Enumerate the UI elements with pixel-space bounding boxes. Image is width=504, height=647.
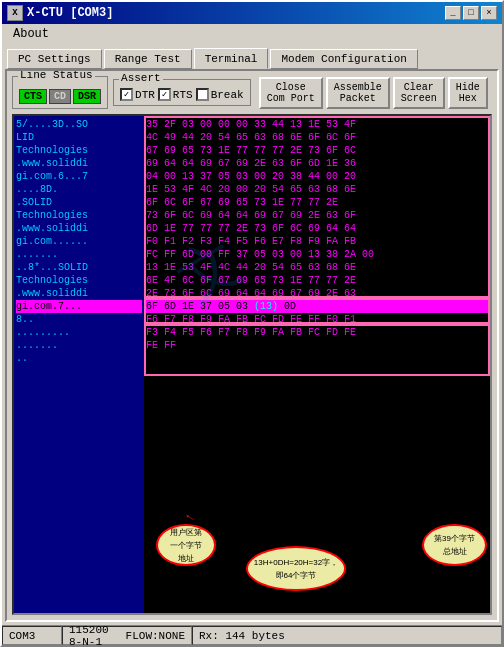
main-panel: Line Status CTS CD DSR Assert ✓ DTR ✓ xyxy=(5,69,499,622)
maximize-button[interactable]: □ xyxy=(463,6,479,20)
hex-line: 04 00 13 37 05 03 00 20 38 44 00 20 xyxy=(146,170,488,183)
ascii-line: ......... xyxy=(16,326,142,339)
break-checkbox-item: Break xyxy=(196,88,244,101)
app-icon: X xyxy=(7,5,23,21)
ascii-line: 5/....3D..SO xyxy=(16,118,142,131)
tab-terminal[interactable]: Terminal xyxy=(194,48,269,69)
clear-screen-button[interactable]: ClearScreen xyxy=(393,77,445,109)
rts-checkbox-item: ✓ RTS xyxy=(158,88,193,101)
tabs-container: PC Settings Range Test Terminal Modem Co… xyxy=(2,44,502,69)
ascii-line: ....... xyxy=(16,248,142,261)
bubble-3: 第39个字节总地址 xyxy=(422,524,487,566)
dtr-checkbox-item: ✓ DTR xyxy=(120,88,155,101)
ascii-line: Technologies xyxy=(16,144,142,157)
ascii-line: LID xyxy=(16,131,142,144)
rts-label: RTS xyxy=(173,89,193,101)
ascii-line: .. xyxy=(16,352,142,365)
ascii-panel: 5/....3D..SO LID Technologies .www.solid… xyxy=(14,116,144,613)
bubble-1: 用户区第一个字节地址 xyxy=(156,524,216,566)
ascii-line: Technologies xyxy=(16,209,142,222)
hex-line: 6F 6C 6F 67 69 65 73 1E 77 77 2E xyxy=(146,196,488,209)
ascii-line-highlight: gi.com.7... xyxy=(16,300,142,313)
hex-line: F0 F1 F2 F3 F4 F5 F6 E7 F8 F9 FA FB xyxy=(146,235,488,248)
ascii-line: Technologies xyxy=(16,274,142,287)
hex-line: 2E 73 6F 6C 69 64 64 69 67 69 2E 63 xyxy=(146,287,488,300)
hex-line: 67 69 65 73 1E 77 77 77 2E 73 6F 6C xyxy=(146,144,488,157)
hex-line: 1E 53 4F 4C 20 00 20 54 65 63 68 6E xyxy=(146,183,488,196)
hex-line: F6 F7 F8 F9 FA FB FC FD FE FF F0 F1 xyxy=(146,313,488,326)
ascii-line: ....8D. xyxy=(16,183,142,196)
ascii-line: ..8*...SOLID xyxy=(16,261,142,274)
close-button[interactable]: × xyxy=(481,6,497,20)
ascii-line: gi.com.6...7 xyxy=(16,170,142,183)
break-checkbox[interactable] xyxy=(196,88,209,101)
ascii-line: gi.com...... xyxy=(16,235,142,248)
hex-line: 69 64 64 69 67 69 2E 63 6F 6D 1E 36 xyxy=(146,157,488,170)
window-title: X-CTU [COM3] xyxy=(27,6,113,20)
hex-line: 6D 1E 77 77 77 2E 73 6F 6C 69 64 64 xyxy=(146,222,488,235)
arrow-1: ↑ xyxy=(182,511,197,525)
hex-line: FE FF xyxy=(146,339,488,352)
hex-line: F3 F4 F5 F6 F7 F8 F9 FA FB FC FD FE xyxy=(146,326,488,339)
hex-line: FC FF 6D 00 FF 37 05 03 00 13 38 2A 00 xyxy=(146,248,488,261)
ascii-line: .www.soliddi xyxy=(16,222,142,235)
rts-checkbox[interactable]: ✓ xyxy=(158,88,171,101)
dtr-label: DTR xyxy=(135,89,155,101)
close-com-button[interactable]: CloseCom Port xyxy=(259,77,323,109)
hex-line-highlight: 6F 6D 1E 37 05 03 (13) 0D xyxy=(146,300,488,313)
hex-line: 4C 49 44 20 54 65 63 68 6E 6F 6C 6F xyxy=(146,131,488,144)
action-buttons: CloseCom Port AssemblePacket ClearScreen… xyxy=(259,77,488,109)
line-status-group: Line Status CTS CD DSR xyxy=(12,76,108,109)
controls-row: Line Status CTS CD DSR Assert ✓ DTR ✓ xyxy=(12,76,492,109)
hex-line: 6E 4F 6C 6F 67 69 65 73 1E 77 77 2E xyxy=(146,274,488,287)
status-bar: COM3 115200 8-N-1 FLOW:NONE Rx: 144 byte… xyxy=(2,625,502,645)
bubble-2: 13H+0DH=20H=32字，即64个字节 xyxy=(246,546,346,591)
hex-line: 13 1E 53 4F 4C 44 20 54 65 63 68 6E xyxy=(146,261,488,274)
break-label: Break xyxy=(211,89,244,101)
tab-pc-settings[interactable]: PC Settings xyxy=(7,49,102,69)
ascii-line: .www.soliddi xyxy=(16,157,142,170)
assemble-packet-button[interactable]: AssemblePacket xyxy=(326,77,390,109)
status-baud: 115200 8-N-1 FLOW:NONE xyxy=(62,626,192,645)
assert-label: Assert xyxy=(119,72,163,84)
line-status-label: Line Status xyxy=(18,69,95,81)
hide-hex-button[interactable]: HideHex xyxy=(448,77,488,109)
cts-led: CTS xyxy=(19,89,47,104)
about-menu[interactable]: About xyxy=(7,26,55,42)
assert-group: Assert ✓ DTR ✓ RTS Break xyxy=(113,79,251,106)
main-window: X X-CTU [COM3] _ □ × About PC Settings R… xyxy=(0,0,504,647)
menu-bar: About xyxy=(2,24,502,44)
status-rx: Rx: 144 bytes xyxy=(192,626,502,645)
hex-line: 73 6F 6C 69 64 64 69 67 69 2E 63 6F xyxy=(146,209,488,222)
dsr-led: DSR xyxy=(73,89,101,104)
minimize-button[interactable]: _ xyxy=(445,6,461,20)
tab-range-test[interactable]: Range Test xyxy=(104,49,192,69)
hex-line: 35 2F 03 00 00 00 33 44 13 1E 53 4F xyxy=(146,118,488,131)
ascii-line: .www.soliddi xyxy=(16,287,142,300)
ascii-line: ....... xyxy=(16,339,142,352)
ascii-line: .SOLID xyxy=(16,196,142,209)
title-bar: X X-CTU [COM3] _ □ × xyxy=(2,2,502,24)
hex-panel: 35 2F 03 00 00 00 33 44 13 1E 53 4F 4C 4… xyxy=(144,116,490,613)
cd-led: CD xyxy=(49,89,71,104)
ascii-line: 8.. xyxy=(16,313,142,326)
dtr-checkbox[interactable]: ✓ xyxy=(120,88,133,101)
terminal-area[interactable]: 5/....3D..SO LID Technologies .www.solid… xyxy=(12,114,492,615)
tab-modem-config[interactable]: Modem Configuration xyxy=(270,49,417,69)
annotations: 用户区第一个字节地址 ↑ 13H+0DH=20H=32字，即64个字节 第39个… xyxy=(146,511,490,611)
status-port: COM3 xyxy=(2,626,62,645)
